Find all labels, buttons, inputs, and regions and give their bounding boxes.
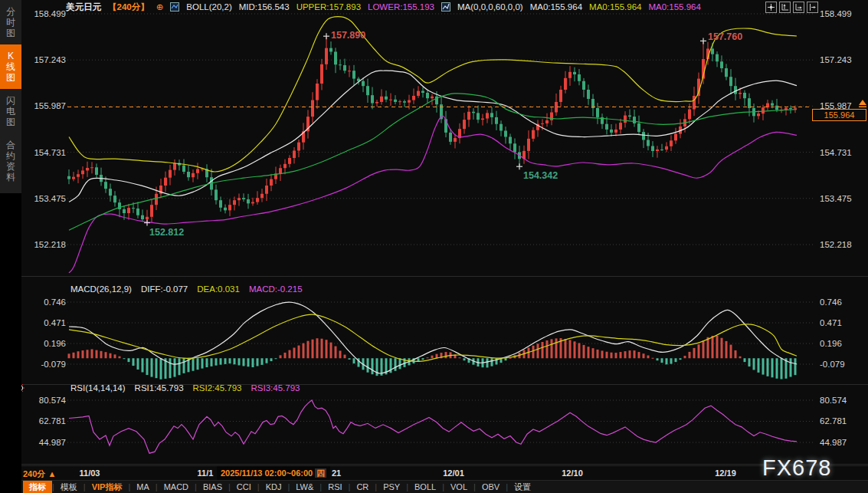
rsi-label: RSI(14,14,14) xyxy=(70,383,126,393)
macd-value: MACD:-0.215 xyxy=(249,284,303,294)
axis-zoom-in-icon[interactable] xyxy=(779,2,791,13)
watermark: FX678 xyxy=(762,455,831,481)
sidebar-item-char: K xyxy=(0,51,21,61)
sidebar-item-char: 电 xyxy=(0,106,21,117)
crosshair-icon[interactable] xyxy=(765,2,777,13)
ma0-magenta-value: MA0:155.964 xyxy=(648,2,700,12)
price-annotation: 154.342 xyxy=(523,170,558,181)
tooltip-datetime: 2025/11/13 02:00~06:00 xyxy=(221,468,313,478)
toolbar-item-VIP指标[interactable]: VIP指标 xyxy=(86,481,129,493)
toolbar-item-PSY[interactable]: PSY xyxy=(377,481,406,493)
toolbar-item-KDJ[interactable]: KDJ xyxy=(260,481,288,493)
rsi-axis-label: 80.574 xyxy=(820,396,847,405)
price-axis-label: 154.731 xyxy=(34,148,66,157)
price-annotation: 157.890 xyxy=(331,30,365,41)
sidebar: 分时图K线图闪电图合约资料 xyxy=(0,0,21,493)
rsi3-value: RSI3:45.793 xyxy=(251,383,300,393)
toolbar-item-MA[interactable]: MA xyxy=(130,481,156,493)
time-label: 12/01 xyxy=(443,468,464,478)
time-label: 11/03 xyxy=(80,468,100,478)
price-axis-label: 154.731 xyxy=(820,148,852,157)
time-label: 21 xyxy=(332,468,341,478)
boll-indicator-icon xyxy=(170,2,179,12)
macd-diff-value: DIFF:-0.077 xyxy=(141,284,188,294)
macd-axis-label: 0.196 xyxy=(820,339,842,348)
toolbar-item-VOL[interactable]: VOL xyxy=(444,481,473,493)
macd-dea-value: DEA:0.031 xyxy=(197,284,240,294)
toolbar-item-OBV[interactable]: OBV xyxy=(476,481,506,493)
ma-label: MA(0,0,0,60,0,0) xyxy=(457,2,523,12)
sidebar-item-char: 资 xyxy=(0,161,21,172)
sidebar-item-4[interactable]: 合约资料 xyxy=(0,133,21,189)
rsi1-value: RSI1:45.793 xyxy=(135,383,184,393)
rsi-axis-label: 44.987 xyxy=(39,438,66,447)
macd-axis-label: -0.079 xyxy=(41,360,66,369)
macd-axis-label: 0.471 xyxy=(44,318,66,327)
toolbar-item-LW&[interactable]: LW& xyxy=(290,481,319,493)
sidebar-item-char: 图 xyxy=(0,72,21,83)
toolbar-item-CR[interactable]: CR xyxy=(350,481,375,493)
sidebar-item-2[interactable]: K线图 xyxy=(0,44,21,89)
sidebar-item-3[interactable]: 闪电图 xyxy=(0,89,21,133)
tooltip-weekday: 四 xyxy=(315,468,326,478)
macd-axis-label: -0.079 xyxy=(820,360,845,369)
sidebar-item-1[interactable]: 分时图 xyxy=(0,0,21,44)
boll-label: BOLL(20,2) xyxy=(186,2,231,12)
crosshair-date-tooltip: 2025/11/13 02:00~06:00四 xyxy=(217,466,330,481)
trading-app-window: { "window":{"watermark":"FX678"}, "sideb… xyxy=(0,0,868,493)
price-axis-label: 158.499 xyxy=(820,9,852,18)
sidebar-item-char: 线 xyxy=(0,61,21,72)
timeframe-selector[interactable]: 240分 ▲ xyxy=(23,468,56,480)
sidebar-item-char: 合 xyxy=(0,140,21,150)
sidebar-items: 分时图K线图闪电图合约资料 xyxy=(0,0,21,193)
symbol-title: 美元日元 xyxy=(66,2,101,13)
sidebar-item-char: 料 xyxy=(0,172,21,182)
add-circle-icon[interactable]: ⊕ xyxy=(156,2,164,12)
time-axis: 240分 ▲ 11/0311/12112/0112/1012/19 2025/1… xyxy=(0,465,868,481)
toolbar-item-CCI[interactable]: CCI xyxy=(231,481,257,493)
time-label: 12/19 xyxy=(715,468,736,478)
macd-axis-label: 0.196 xyxy=(44,339,66,348)
axis-zoom-out-icon[interactable] xyxy=(793,2,804,13)
toolbar-item-BIAS[interactable]: BIAS xyxy=(197,481,228,493)
rsi-panel-header: RSI(14,14,14) RSI1:45.793 RSI2:45.793 RS… xyxy=(70,383,300,393)
pan-right-icon[interactable] xyxy=(807,2,818,13)
toolbar-item-BOLL[interactable]: BOLL xyxy=(408,481,442,493)
toolbar-item-模板[interactable]: 模板 xyxy=(54,481,84,493)
rsi-axis-label: 80.574 xyxy=(39,396,67,405)
boll-lower-value: LOWER:155.193 xyxy=(368,2,434,12)
rsi-axis-label: 62.781 xyxy=(39,416,66,426)
price-annotation: 157.760 xyxy=(708,31,742,42)
timeframe-arrow-icon: ▲ xyxy=(47,469,56,478)
macd-axis-label: 0.471 xyxy=(820,318,842,327)
toolbar-item-设置[interactable]: 设置 xyxy=(508,481,537,493)
chart-canvas[interactable]: 158.499158.499157.243157.243155.987155.9… xyxy=(0,0,868,493)
rsi-axis-label: 44.987 xyxy=(820,438,847,447)
sidebar-item-char: 图 xyxy=(0,117,21,127)
sidebar-item-char: 约 xyxy=(0,150,21,161)
price-axis-label: 157.243 xyxy=(820,55,852,64)
sidebar-item-char: 图 xyxy=(0,28,21,38)
period-label: 【240分】 xyxy=(108,2,149,13)
chart-window-controls xyxy=(765,2,818,13)
macd-axis-label: 0.746 xyxy=(44,297,66,307)
toolbar-item-RSI[interactable]: RSI xyxy=(322,481,348,493)
ma-indicator-icon xyxy=(441,2,450,12)
current-price-box: 155.964 xyxy=(812,109,866,121)
macd-axis-label: 0.746 xyxy=(820,297,842,307)
boll-mid-value: MID:156.543 xyxy=(239,2,290,12)
sidebar-item-char: 时 xyxy=(0,17,21,28)
ma0-yellow-value: MA0:155.964 xyxy=(589,2,641,12)
time-label: 12/10 xyxy=(562,468,583,478)
time-label: 11/1 xyxy=(198,468,214,478)
ma0-white-value: MA0:155.964 xyxy=(530,2,582,12)
bottom-toolbar: 指标|模板|VIP指标|MA|MACD|BIAS|CCI|KDJ|LW&|RSI… xyxy=(0,480,868,493)
rsi2-value: RSI2:45.793 xyxy=(193,383,242,393)
macd-label: MACD(26,12,9) xyxy=(70,284,132,294)
toolbar-item-MACD[interactable]: MACD xyxy=(158,481,195,493)
price-axis-label: 155.987 xyxy=(34,101,66,110)
toolbar-item-指标[interactable]: 指标 xyxy=(23,481,52,493)
price-axis-label: 158.499 xyxy=(34,9,66,18)
boll-upper-value: UPPER:157.893 xyxy=(296,2,361,12)
price-annotation: 152.812 xyxy=(149,227,184,238)
